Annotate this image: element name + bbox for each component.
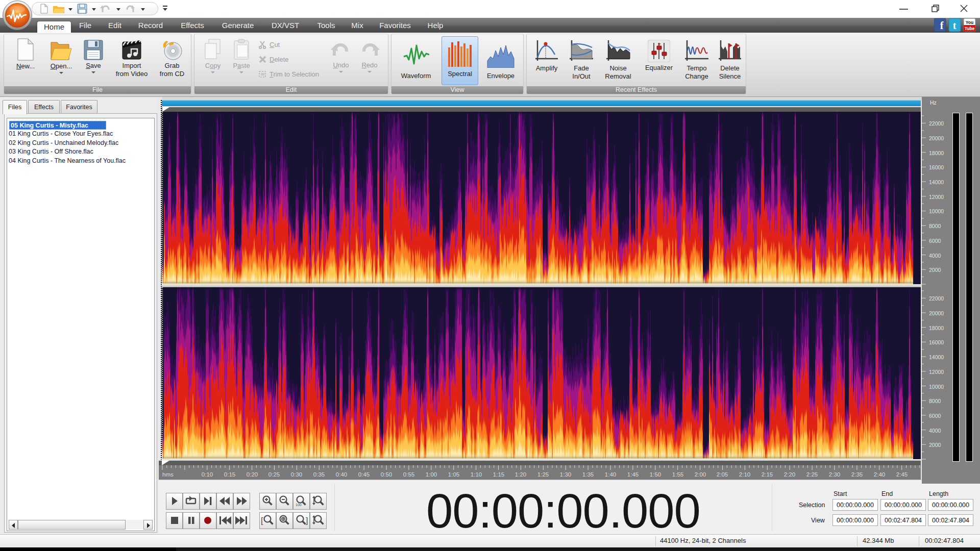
svg-text:1:45: 1:45 — [627, 471, 639, 478]
svg-text:0:50: 0:50 — [381, 471, 392, 478]
svg-text:t: t — [953, 20, 957, 31]
svg-text:1:15: 1:15 — [493, 471, 504, 478]
svg-text:2:35: 2:35 — [851, 471, 863, 478]
svg-text:1:00: 1:00 — [426, 471, 437, 478]
svg-text:100: 100 — [296, 503, 302, 507]
svg-text:1:35: 1:35 — [582, 471, 594, 478]
svg-text:0:15: 0:15 — [224, 471, 235, 478]
svg-text:1:25: 1:25 — [537, 471, 549, 478]
svg-text:0:45: 0:45 — [358, 471, 370, 478]
svg-text:1:30: 1:30 — [560, 471, 571, 478]
svg-text:Tube: Tube — [965, 26, 975, 31]
svg-text:You: You — [966, 20, 973, 25]
svg-text:1:40: 1:40 — [605, 471, 616, 478]
svg-text:2:25: 2:25 — [806, 471, 818, 478]
svg-text:hms: hms — [162, 471, 174, 478]
svg-text:2:40: 2:40 — [874, 471, 885, 478]
svg-text:f: f — [940, 20, 944, 31]
svg-text:0:35: 0:35 — [313, 471, 325, 478]
svg-text:0:40: 0:40 — [336, 471, 347, 478]
svg-text:1:20: 1:20 — [515, 471, 526, 478]
svg-text:]: ] — [306, 516, 308, 525]
svg-text:[: [ — [261, 516, 263, 525]
svg-text:2:20: 2:20 — [784, 471, 795, 478]
svg-text:1:05: 1:05 — [448, 471, 459, 478]
svg-text:2:00: 2:00 — [695, 471, 706, 478]
svg-text:2:30: 2:30 — [829, 471, 840, 478]
svg-text:2:05: 2:05 — [717, 471, 728, 478]
svg-text:0:20: 0:20 — [247, 471, 258, 478]
svg-text:0:10: 0:10 — [202, 471, 213, 478]
svg-text:1:50: 1:50 — [650, 471, 661, 478]
svg-text:0:25: 0:25 — [268, 471, 280, 478]
svg-text:2:45: 2:45 — [896, 471, 908, 478]
svg-text:2:15: 2:15 — [762, 471, 773, 478]
svg-text:2:10: 2:10 — [739, 471, 750, 478]
svg-text:1:55: 1:55 — [672, 471, 683, 478]
svg-text:1:10: 1:10 — [471, 471, 482, 478]
svg-text:0:30: 0:30 — [291, 471, 302, 478]
svg-text:0:55: 0:55 — [403, 471, 414, 478]
